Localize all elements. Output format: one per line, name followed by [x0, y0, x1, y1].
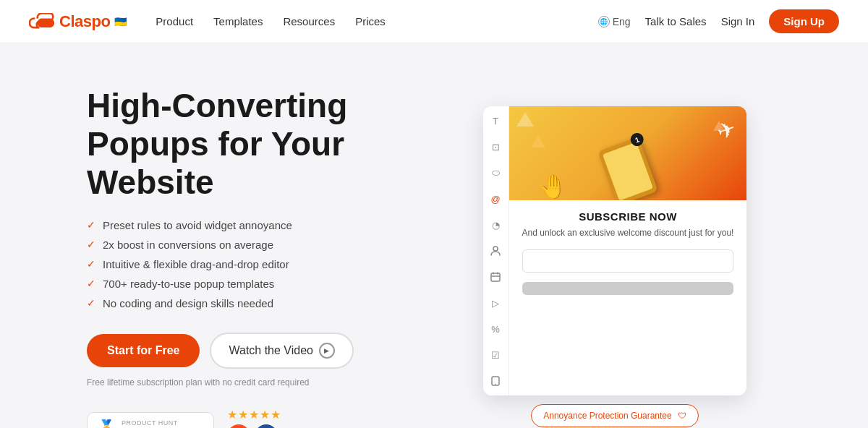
check-icon-4: ✓ [87, 278, 95, 289]
check-icon-5: ✓ [87, 297, 95, 309]
annoyance-protection-badge: Annoyance Protection Guarantee 🛡 [531, 404, 698, 427]
check-icon-2: ✓ [87, 239, 95, 250]
hero-left: High-Converting Popups for Your Website … [87, 87, 420, 428]
language-selector[interactable]: 🌐 Eng [598, 16, 631, 27]
trophy-icon: 🏅 [98, 419, 116, 428]
hero-note: Free lifetime subscription plan with no … [87, 377, 420, 388]
logo[interactable]: Claspo 🇺🇦 [29, 12, 127, 31]
popup-email-input[interactable] [522, 249, 734, 273]
feature-1: ✓Preset rules to avoid widget annoyance [87, 219, 420, 231]
editor-sidebar: T ⊡ ⬭ @ ◔ ▷ % ☑ [483, 106, 509, 395]
start-for-free-button[interactable]: Start for Free [87, 334, 200, 367]
shape-tool-icon[interactable]: ⬭ [488, 166, 503, 180]
timer-tool-icon[interactable]: ◔ [488, 218, 503, 232]
popup-preview-content: 1 ✈ 🤚 SUBSCRIBE NOW And unlock an exclus… [509, 106, 747, 395]
svg-rect-1 [491, 273, 500, 281]
feature-3: ✓Intuitive & flexible drag-and-drop edit… [87, 258, 420, 270]
feature-5: ✓No coding and design skills needed [87, 297, 420, 309]
text-tool-icon[interactable]: T [488, 114, 503, 128]
hero-title: High-Converting Popups for Your Website [87, 87, 420, 202]
navbar: Claspo 🇺🇦 Product Templates Resources Pr… [0, 0, 868, 43]
popup-submit-button[interactable] [522, 282, 734, 295]
popup-image-area: 1 ✈ 🤚 [509, 106, 747, 200]
video-tool-icon[interactable]: ▷ [488, 296, 503, 310]
mobile-tool-icon[interactable] [488, 374, 503, 388]
hero-right: T ⊡ ⬭ @ ◔ ▷ % ☑ [448, 106, 781, 427]
check-icon-3: ✓ [87, 258, 95, 270]
watch-video-button[interactable]: Watch the Video ▶ [210, 333, 354, 369]
hero-section: High-Converting Popups for Your Website … [0, 43, 868, 428]
play-icon: ▶ [319, 343, 335, 359]
logo-text: Claspo [59, 12, 110, 31]
nav-templates[interactable]: Templates [213, 15, 263, 27]
user-tool-icon[interactable] [488, 244, 503, 258]
sign-in-link[interactable]: Sign In [721, 15, 755, 27]
globe-icon: 🌐 [598, 16, 610, 27]
star-rating-badge: ★★★★★ G ✈ [227, 408, 281, 428]
hand-icon: 🤚 [538, 173, 567, 200]
image-tool-icon[interactable]: ⊡ [488, 140, 503, 154]
checkbox-tool-icon[interactable]: ☑ [488, 348, 503, 362]
phone-illustration: 1 [597, 137, 658, 200]
popup-title: SUBSCRIBE NOW [522, 210, 734, 223]
product-hunt-badge: 🏅 PRODUCT HUNT #1 Product of the Day [87, 412, 214, 428]
nav-prices[interactable]: Prices [355, 15, 386, 27]
talk-to-sales-link[interactable]: Talk to Sales [645, 15, 707, 27]
feature-2: ✓2x boost in conversions on average [87, 239, 420, 251]
hero-features: ✓Preset rules to avoid widget annoyance … [87, 219, 420, 309]
nav-links: Product Templates Resources Prices [156, 15, 597, 27]
check-icon-1: ✓ [87, 219, 95, 231]
email-tool-icon[interactable]: @ [488, 192, 503, 206]
hero-ctas: Start for Free Watch the Video ▶ [87, 333, 420, 369]
popup-editor-widget: T ⊡ ⬭ @ ◔ ▷ % ☑ [483, 106, 747, 395]
svg-point-0 [493, 247, 498, 251]
svg-point-3 [495, 384, 496, 385]
percent-tool-icon[interactable]: % [488, 322, 503, 336]
logo-flag: 🇺🇦 [114, 16, 127, 27]
g2-logo: G [227, 424, 250, 428]
shield-icon: 🛡 [678, 411, 686, 421]
nav-right: 🌐 Eng Talk to Sales Sign In Sign Up [598, 9, 839, 33]
popup-body: SUBSCRIBE NOW And unlock an exclusive we… [509, 200, 747, 305]
nav-product[interactable]: Product [156, 15, 193, 27]
review-logos: G ✈ [227, 424, 281, 428]
paper-plane-icon: ✈ [714, 115, 739, 145]
sign-up-button[interactable]: Sign Up [769, 9, 839, 33]
popup-subtitle: And unlock an exclusive welcome discount… [522, 227, 734, 239]
nav-resources[interactable]: Resources [283, 15, 335, 27]
hero-badges: 🏅 PRODUCT HUNT #1 Product of the Day ★★★… [87, 408, 420, 428]
capterra-logo: ✈ [255, 424, 278, 428]
feature-4: ✓700+ ready-to-use popup templates [87, 278, 420, 290]
calendar-tool-icon[interactable] [488, 270, 503, 284]
